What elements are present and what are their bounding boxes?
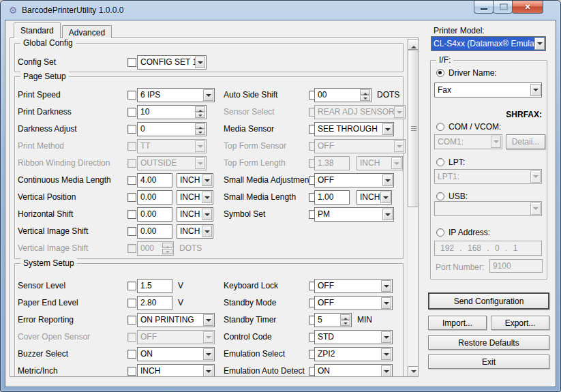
- driver-name-combo[interactable]: Fax: [434, 82, 542, 97]
- vertical-image-shift-row: Vertical Image Shift000DOTS: [10, 241, 418, 256]
- vertical-image-shift-label: Vertical Image Shift: [18, 224, 88, 239]
- minimize-icon: [474, 1, 493, 13]
- top-form-sensor-label: Top Form Sensor: [224, 139, 286, 153]
- top-form-sensor-value: OFF: [318, 141, 334, 151]
- com-vcom-radio[interactable]: [436, 123, 444, 131]
- standby-timer-spinner[interactable]: 5: [314, 313, 352, 327]
- emulation-auto-detect-combo[interactable]: ON: [314, 364, 393, 377]
- ip-address-radio[interactable]: [436, 228, 444, 237]
- standby-timer-spin-buttons[interactable]: [340, 314, 350, 326]
- close-icon: [513, 1, 543, 13]
- dropdown-arrow-icon[interactable]: [530, 84, 541, 96]
- global-config-group-title: Global Config: [20, 38, 76, 48]
- standby-mode-label: Standby Mode: [224, 296, 276, 310]
- ip-address-value: 192 . 168 . 0 . 1: [440, 243, 517, 253]
- media-sensor-combo[interactable]: SEE THROUGH: [314, 122, 394, 136]
- dropdown-arrow-icon[interactable]: [381, 331, 391, 343]
- sensor-select-row: Sensor SelectREAR ADJ SENSOR: [10, 105, 418, 119]
- dropdown-arrow-icon[interactable]: [381, 297, 391, 309]
- auto-side-shift-spinner[interactable]: 00: [314, 88, 372, 102]
- tab-standard[interactable]: Standard: [14, 22, 61, 38]
- emulation-select-combo[interactable]: ZPI2: [314, 347, 393, 361]
- vertical-image-shift-value: 000: [140, 243, 154, 253]
- dropdown-arrow-icon[interactable]: [382, 123, 393, 135]
- driver-name-radio[interactable]: [436, 69, 444, 77]
- dropdown-arrow-icon[interactable]: [381, 365, 391, 377]
- lpt-radio[interactable]: [436, 158, 444, 166]
- printer-model-combo[interactable]: CL-S4xx (Datamax® Emulat: [431, 36, 546, 51]
- vertical-scrollbar[interactable]: [407, 39, 419, 377]
- dropdown-arrow-icon[interactable]: [534, 37, 545, 50]
- config-set-checkbox[interactable]: [127, 58, 136, 67]
- symbol-set-label: Symbol Set: [224, 207, 265, 222]
- send-configuration-button[interactable]: Send Configuration: [428, 292, 549, 310]
- dropdown-arrow-icon[interactable]: [381, 348, 391, 360]
- minimize-button[interactable]: [474, 1, 494, 14]
- control-code-label: Control Code: [224, 330, 272, 344]
- dropdown-arrow-icon[interactable]: [382, 175, 393, 186]
- spin-down-icon[interactable]: [360, 95, 370, 101]
- config-set-value: CONFIG SET 1: [140, 57, 197, 67]
- com-detail-button: Detail...: [506, 134, 545, 149]
- top-form-length-field: 1.38: [314, 156, 350, 170]
- vertical-image-shift-checkbox[interactable]: [127, 227, 136, 236]
- dropdown-arrow-icon[interactable]: [382, 209, 393, 220]
- sensor-select-label: Sensor Select: [224, 105, 275, 119]
- close-button[interactable]: [512, 1, 543, 14]
- dropdown-arrow-icon[interactable]: [380, 192, 391, 203]
- titlebar[interactable]: ⚙ BarcodePrinterUtility 1.0.0.0: [1, 1, 560, 20]
- vertical-image-shift-spin-buttons: [162, 243, 172, 254]
- control-code-combo[interactable]: STD: [314, 330, 393, 344]
- dropdown-arrow-icon[interactable]: [381, 280, 391, 292]
- auto-side-shift-spin-buttons[interactable]: [360, 89, 370, 101]
- share-name-label: SHRFAX:: [434, 110, 542, 119]
- spin-up-icon[interactable]: [360, 89, 370, 95]
- keyboard-lock-combo[interactable]: OFF: [314, 279, 393, 293]
- exit-button[interactable]: Exit: [428, 355, 549, 369]
- dropdown-arrow-icon: [391, 157, 401, 169]
- small-media-length-unit-value: INCH: [360, 192, 380, 202]
- restore-defaults-button[interactable]: Restore Defaults: [428, 335, 549, 350]
- spin-down-icon[interactable]: [340, 320, 350, 326]
- usb-radio[interactable]: [436, 192, 444, 200]
- tab-advanced[interactable]: Advanced: [62, 25, 112, 38]
- dropdown-arrow-icon[interactable]: [195, 57, 205, 68]
- scroll-up-button[interactable]: [408, 39, 419, 50]
- printer-model-value: CL-S4xx (Datamax® Emulat: [434, 39, 536, 48]
- top-form-length-value: 1.38: [318, 158, 333, 168]
- maximize-button[interactable]: [493, 1, 513, 14]
- standby-mode-combo[interactable]: OFF: [314, 296, 393, 310]
- sensor-select-value: REAR ADJ SENSOR: [318, 107, 395, 117]
- small-media-length-row: Small Media Length1.00INCH: [10, 190, 418, 205]
- small-media-length-unit-combo[interactable]: INCH: [357, 190, 392, 205]
- import-button[interactable]: Import...: [428, 316, 487, 330]
- symbol-set-value: PM: [318, 209, 330, 219]
- scrollbar-thumb[interactable]: [408, 50, 419, 207]
- port-number-value: 9100: [493, 261, 511, 271]
- ip-address-label: IP Address:: [449, 228, 490, 237]
- control-code-row: Control CodeSTD: [10, 330, 418, 344]
- dropdown-arrow-icon[interactable]: [202, 226, 212, 237]
- vertical-image-shift-unit-combo[interactable]: INCH: [177, 224, 213, 239]
- scrollbar-grip-icon: [411, 126, 416, 132]
- symbol-set-combo[interactable]: PM: [314, 207, 394, 222]
- lpt-label: LPT:: [449, 157, 465, 167]
- vertical-image-shift-field[interactable]: 0.00: [137, 224, 172, 239]
- client-area: Standard Advanced Global Config Page Set…: [5, 20, 556, 387]
- config-set-combo[interactable]: CONFIG SET 1: [137, 55, 207, 70]
- port-number-label: Port Number:: [436, 262, 484, 272]
- com-vcom-label: COM / VCOM:: [449, 122, 501, 132]
- dropdown-arrow-icon: [394, 140, 404, 152]
- export-button[interactable]: Export...: [491, 316, 549, 330]
- app-window: ⚙ BarcodePrinterUtility 1.0.0.0 Standard…: [0, 0, 561, 392]
- vertical-image-shift-unit-value: INCH: [180, 226, 200, 236]
- scroll-down-button[interactable]: [408, 366, 419, 377]
- small-media-adjustment-combo[interactable]: OFF: [314, 173, 394, 187]
- spin-up-icon[interactable]: [340, 314, 350, 320]
- keyboard-lock-row: Keyboard LockOFF: [10, 279, 418, 293]
- gear-app-icon: ⚙: [7, 5, 18, 16]
- auto-side-shift-label: Auto Side Shift: [224, 88, 277, 102]
- small-media-length-field[interactable]: 1.00: [314, 190, 350, 205]
- usb-label: USB:: [449, 192, 468, 201]
- dropdown-arrow-icon: [530, 202, 541, 215]
